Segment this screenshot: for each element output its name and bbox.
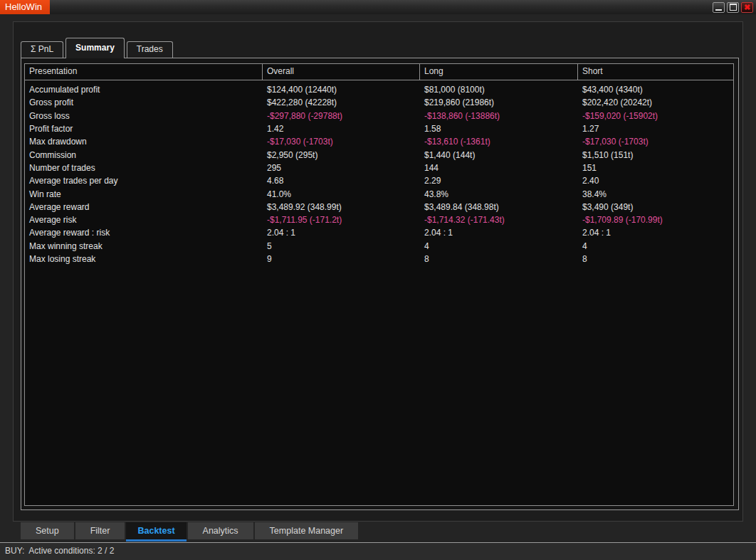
row-label: Average trades per day [25, 174, 263, 187]
value-cell: 2.04 : 1 [578, 226, 733, 239]
row-label: Commission [25, 149, 263, 162]
table-row: Profit factor1.421.581.27 [25, 122, 733, 135]
column-header-overall[interactable]: Overall [263, 64, 420, 80]
app-window: { "window": { "title": "HelloWin" }, "ti… [0, 0, 756, 560]
value-cell: $2,950 (295t) [263, 149, 420, 162]
value-cell: 4 [420, 240, 578, 253]
row-label: Average reward : risk [25, 226, 263, 239]
window-controls: ✖ [713, 0, 756, 14]
window-title: HelloWin [0, 0, 50, 14]
column-header-long[interactable]: Long [420, 64, 578, 80]
value-cell: -$13,610 (-1361t) [420, 135, 578, 148]
value-cell: 1.27 [578, 122, 733, 135]
table-row: Average trades per day4.682.292.40 [25, 174, 733, 187]
table-row: Number of trades295144151 [25, 162, 733, 174]
value-cell: 41.0% [263, 188, 420, 201]
table-body: Accumulated profit$124,400 (12440t)$81,0… [25, 80, 733, 265]
value-cell: -$159,020 (-15902t) [578, 110, 733, 122]
table-row: Win rate41.0%43.8%38.4% [25, 187, 733, 200]
value-cell: 1.42 [263, 122, 420, 135]
maximize-icon [730, 4, 737, 11]
table-row: Accumulated profit$124,400 (12440t)$81,0… [25, 83, 733, 96]
row-label: Profit factor [25, 122, 263, 135]
value-cell: $202,420 (20242t) [578, 96, 733, 109]
tab-pnl[interactable]: Σ PnL [21, 41, 63, 58]
tab-trades[interactable]: Trades [127, 41, 173, 58]
value-cell: $1,510 (151t) [578, 149, 733, 162]
value-cell: 9 [263, 253, 420, 265]
tab-summary[interactable]: Summary [65, 38, 125, 58]
tab-template-manager[interactable]: Template Manager [255, 522, 359, 539]
tab-analytics[interactable]: Analytics [188, 522, 253, 539]
value-cell: 2.04 : 1 [420, 226, 578, 239]
value-cell: $422,280 (42228t) [263, 96, 420, 109]
value-cell: 8 [420, 253, 578, 265]
minimize-button[interactable] [713, 2, 725, 13]
top-tab-strip: Σ PnLSummaryTrades [21, 37, 173, 58]
row-label: Number of trades [25, 162, 263, 174]
maximize-button[interactable] [727, 2, 739, 13]
table-row: Max winning streak544 [25, 240, 733, 253]
value-cell: $43,400 (4340t) [578, 83, 733, 96]
minimize-icon [715, 9, 722, 11]
column-header-short[interactable]: Short [578, 64, 733, 80]
table-row: Commission$2,950 (295t)$1,440 (144t)$1,5… [25, 148, 733, 161]
value-cell: 2.40 [578, 174, 733, 187]
tab-setup[interactable]: Setup [21, 522, 74, 539]
row-label: Gross loss [25, 110, 263, 122]
tab-backtest[interactable]: Backtest [126, 522, 186, 539]
row-label: Win rate [25, 188, 263, 201]
table-row: Gross profit$422,280 (42228t)$219,860 (2… [25, 96, 733, 109]
value-cell: 1.58 [420, 122, 578, 135]
value-cell: $3,489.84 (348.98t) [420, 201, 578, 213]
value-cell: $219,860 (21986t) [420, 96, 578, 109]
row-label: Max drawdown [25, 135, 263, 148]
row-label: Accumulated profit [25, 83, 263, 96]
row-label: Max losing streak [25, 253, 263, 265]
value-cell: $1,440 (144t) [420, 149, 578, 162]
value-cell: -$1,709.89 (-170.99t) [578, 213, 733, 226]
main-panel: Σ PnLSummaryTrades PresentationOverallLo… [13, 21, 743, 522]
value-cell: 144 [420, 162, 578, 174]
summary-table: PresentationOverallLongShort Accumulated… [24, 63, 734, 506]
table-row: Max drawdown-$17,030 (-1703t)-$13,610 (-… [25, 135, 733, 148]
tab-filter[interactable]: Filter [75, 522, 125, 539]
summary-tab-page: PresentationOverallLongShort Accumulated… [21, 58, 739, 510]
row-label: Gross profit [25, 96, 263, 109]
value-cell: -$138,860 (-13886t) [420, 110, 578, 122]
table-header: PresentationOverallLongShort [25, 64, 733, 80]
value-cell: $3,490 (349t) [578, 201, 733, 213]
value-cell: 2.29 [420, 174, 578, 187]
value-cell: -$17,030 (-1703t) [263, 135, 420, 148]
row-label: Average risk [25, 213, 263, 226]
value-cell: 38.4% [578, 188, 733, 201]
value-cell: $124,400 (12440t) [263, 83, 420, 96]
status-bar: BUY: Active conditions: 2 / 2 [0, 542, 756, 560]
value-cell: -$17,030 (-1703t) [578, 135, 733, 148]
value-cell: 43.8% [420, 188, 578, 201]
table-row: Average reward : risk2.04 : 12.04 : 12.0… [25, 226, 733, 239]
row-label: Max winning streak [25, 240, 263, 253]
value-cell: 8 [578, 253, 733, 265]
close-button[interactable]: ✖ [741, 2, 753, 13]
row-label: Average reward [25, 201, 263, 213]
value-cell: -$1,714.32 (-171.43t) [420, 213, 578, 226]
close-icon: ✖ [744, 4, 750, 11]
value-cell: 4 [578, 240, 733, 253]
value-cell: 295 [263, 162, 420, 174]
title-bar: HelloWin ✖ [0, 0, 756, 14]
value-cell: 151 [578, 162, 733, 174]
value-cell: 5 [263, 240, 420, 253]
value-cell: 4.68 [263, 174, 420, 187]
table-row: Average risk-$1,711.95 (-171.2t)-$1,714.… [25, 213, 733, 226]
value-cell: -$297,880 (-29788t) [263, 110, 420, 122]
column-header-presentation[interactable]: Presentation [25, 64, 263, 80]
table-row: Average reward$3,489.92 (348.99t)$3,489.… [25, 201, 733, 213]
table-row: Max losing streak988 [25, 253, 733, 265]
value-cell: $3,489.92 (348.99t) [263, 201, 420, 213]
bottom-tab-strip: SetupFilterBacktestAnalyticsTemplate Man… [0, 522, 756, 542]
value-cell: 2.04 : 1 [263, 226, 420, 239]
table-row: Gross loss-$297,880 (-29788t)-$138,860 (… [25, 110, 733, 122]
value-cell: -$1,711.95 (-171.2t) [263, 213, 420, 226]
value-cell: $81,000 (8100t) [420, 83, 578, 96]
